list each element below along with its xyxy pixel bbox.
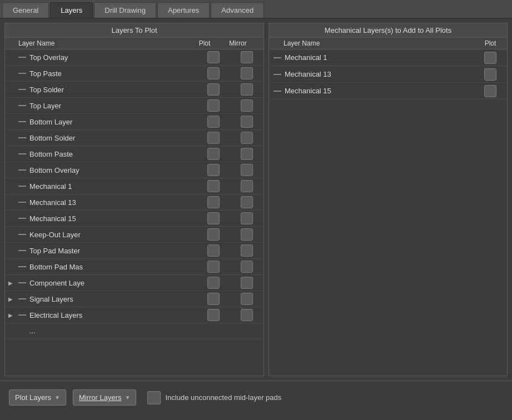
mirror-layers-arrow-icon: ▼ [125, 394, 131, 401]
plot-checkbox-cell [197, 228, 230, 241]
plot-checkbox[interactable] [207, 83, 220, 96]
plot-checkbox[interactable] [207, 196, 220, 208]
table-row: Top Solder [5, 82, 264, 98]
plot-checkbox-cell [197, 148, 230, 160]
list-item: Signal Layers [28, 295, 197, 303]
right-plot-checkbox[interactable] [484, 85, 496, 97]
mirror-checkbox[interactable] [241, 132, 253, 144]
plot-layers-arrow-icon: ▼ [54, 394, 60, 401]
tab-general[interactable]: General [2, 2, 49, 18]
mirror-layers-label: Mirror Layers [79, 393, 122, 402]
mirror-checkbox[interactable] [241, 212, 253, 224]
table-row: Bottom Layer [5, 114, 264, 130]
plot-checkbox-cell [197, 116, 230, 128]
plot-checkbox[interactable] [207, 212, 220, 224]
tab-apertures[interactable]: Apertures [157, 2, 210, 18]
mirror-checkbox[interactable] [241, 309, 253, 321]
list-item: Electrical Layers [28, 311, 197, 319]
include-unconnected-checkbox[interactable] [147, 391, 161, 404]
layer-line-icon [16, 314, 28, 316]
layer-list[interactable]: Top OverlayTop PasteTop SolderTop LayerB… [5, 49, 264, 376]
mirror-checkbox[interactable] [241, 83, 253, 96]
expand-icon[interactable]: ▶ [5, 296, 16, 302]
mirror-checkbox[interactable] [241, 293, 253, 305]
mirror-checkbox[interactable] [241, 99, 253, 112]
expand-icon[interactable]: ▶ [5, 280, 16, 286]
table-row: ▶Component Laye [5, 275, 264, 291]
plot-checkbox[interactable] [207, 244, 220, 257]
plot-checkbox-cell [197, 277, 230, 289]
mirror-checkbox[interactable] [241, 244, 253, 257]
plot-layers-label: Plot Layers [15, 393, 51, 402]
list-item: Top Layer [28, 102, 197, 110]
table-row: Top Pad Master [5, 243, 264, 259]
expand-icon[interactable]: ▶ [5, 312, 16, 318]
right-plot-checkbox[interactable] [484, 52, 496, 64]
right-layer-list: Mechanical 1Mechanical 13Mechanical 15 [269, 49, 507, 376]
plot-checkbox[interactable] [207, 99, 220, 112]
right-layer-line-icon [271, 74, 284, 75]
list-item: Mechanical 1 [28, 182, 197, 191]
tab-bar: General Layers Drill Drawing Apertures A… [0, 0, 512, 18]
plot-checkbox[interactable] [207, 116, 220, 128]
mirror-checkbox[interactable] [241, 164, 253, 176]
layer-line-icon [16, 250, 28, 251]
layer-line-icon [16, 153, 28, 154]
plot-checkbox[interactable] [207, 148, 220, 160]
plot-checkbox[interactable] [207, 293, 220, 305]
table-row: Keep-Out Layer [5, 227, 264, 243]
plot-checkbox-cell [197, 83, 230, 96]
plot-checkbox[interactable] [207, 261, 220, 273]
plot-checkbox[interactable] [207, 277, 220, 289]
list-item: Mechanical 13 [284, 70, 474, 78]
mirror-checkbox[interactable] [241, 228, 253, 241]
mirror-checkbox-cell [230, 180, 264, 192]
mirror-checkbox[interactable] [241, 116, 253, 128]
plot-checkbox[interactable] [207, 180, 220, 192]
tab-advanced[interactable]: Advanced [211, 2, 264, 18]
plot-checkbox[interactable] [207, 132, 220, 144]
layer-line-icon [16, 73, 28, 74]
mirror-checkbox-cell [230, 196, 264, 208]
table-row: Top Layer [5, 98, 264, 114]
mirror-layers-button[interactable]: Mirror Layers ▼ [73, 389, 136, 406]
mirror-checkbox[interactable] [241, 51, 253, 63]
layer-line-icon [16, 202, 28, 203]
mirror-checkbox-cell [230, 51, 264, 63]
plot-layers-button[interactable]: Plot Layers ▼ [9, 389, 66, 406]
table-row: Mechanical 13 [269, 66, 507, 83]
plot-checkbox[interactable] [207, 309, 220, 321]
layer-list-container: Top OverlayTop PasteTop SolderTop LayerB… [5, 49, 264, 376]
mirror-checkbox-cell [230, 212, 264, 224]
mirror-checkbox-cell [230, 99, 264, 112]
table-row: ▶Electrical Layers [5, 307, 264, 323]
mirror-checkbox[interactable] [241, 261, 253, 273]
tab-layers[interactable]: Layers [50, 2, 93, 18]
mirror-checkbox-cell [230, 309, 264, 321]
mirror-checkbox[interactable] [241, 196, 253, 208]
tab-drill-drawing[interactable]: Drill Drawing [94, 2, 156, 18]
mirror-checkbox[interactable] [241, 180, 253, 192]
right-plot-checkbox[interactable] [484, 68, 496, 81]
mirror-checkbox-cell [230, 277, 264, 289]
plot-checkbox[interactable] [207, 67, 220, 79]
mirror-checkbox-cell [230, 148, 264, 160]
mirror-checkbox[interactable] [241, 277, 253, 289]
plot-checkbox[interactable] [207, 51, 220, 63]
layer-line-icon [16, 282, 28, 283]
plot-checkbox-cell [197, 132, 230, 144]
right-plot-checkbox-cell [474, 85, 507, 97]
plot-checkbox[interactable] [207, 228, 220, 241]
left-panel-title: Layers To Plot [5, 23, 264, 38]
table-row: ▶Signal Layers [5, 291, 264, 307]
mirror-checkbox[interactable] [241, 148, 253, 160]
mirror-checkbox[interactable] [241, 67, 253, 79]
list-item: Keep-Out Layer [28, 231, 197, 239]
plot-checkbox[interactable] [207, 164, 220, 176]
mirror-checkbox-cell [230, 244, 264, 257]
list-item: Top Pad Master [28, 247, 197, 255]
mirror-checkbox-cell [230, 261, 264, 273]
list-item: Component Laye [28, 279, 197, 287]
list-item: Bottom Overlay [28, 166, 197, 174]
table-row: Mechanical 1 [5, 178, 264, 194]
